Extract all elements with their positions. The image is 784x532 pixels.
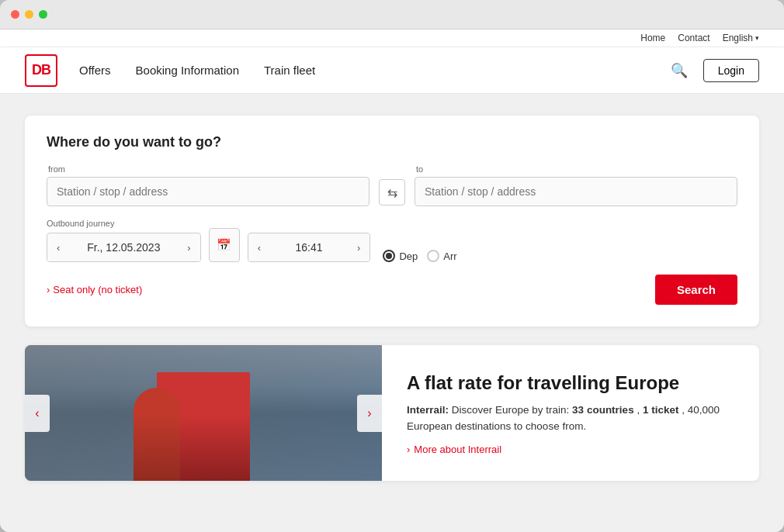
time-picker: ‹ 16:41 › <box>248 233 371 262</box>
dot-yellow[interactable] <box>25 10 33 19</box>
arr-label: Arr <box>443 250 456 262</box>
to-input-group: to <box>415 164 737 206</box>
time-prev-button[interactable]: ‹ <box>248 234 270 261</box>
bottom-row: › Seat only (no ticket) Search <box>47 275 737 305</box>
promo-image-person <box>134 388 180 481</box>
dot-green[interactable] <box>39 10 47 19</box>
promo-sep1: , <box>637 404 643 416</box>
to-label: to <box>415 164 737 174</box>
main-content: Where do you want to go? from ⇆ to <box>0 94 784 496</box>
promo-image: ‹ › <box>25 345 382 481</box>
from-input[interactable] <box>47 177 369 206</box>
outbound-label: Outbound journey <box>47 219 201 228</box>
promo-text: A flat rate for travelling Europe Interr… <box>382 345 759 481</box>
promo-prev-icon: ‹ <box>35 406 39 420</box>
seat-only-option[interactable]: › Seat only (no ticket) <box>47 284 142 295</box>
to-input[interactable] <box>415 177 737 206</box>
promo-next-icon: › <box>367 406 371 420</box>
dep-radio[interactable] <box>383 250 395 262</box>
language-label: English <box>723 33 753 43</box>
promo-link[interactable]: › More about Interrail <box>407 444 734 455</box>
nav-home-link[interactable]: Home <box>640 33 665 43</box>
dep-arr-options: Dep Arr <box>383 250 456 262</box>
journey-section: Outbound journey ‹ Fr., 12.05.2023 › <box>47 219 201 262</box>
promo-bold1: 33 countries <box>572 404 634 416</box>
promo-brand: Interrail: <box>407 404 449 416</box>
db-logo-text: DB <box>32 62 50 78</box>
browser-dots <box>11 10 47 19</box>
browser-window: Home Contact English ▾ DB Offers Booking… <box>0 0 784 532</box>
nav-booking[interactable]: Booking Information <box>136 64 239 77</box>
calendar-icon: 📅 <box>217 238 231 252</box>
promo-link-label: More about Interrail <box>414 444 501 455</box>
date-prev-button[interactable]: ‹ <box>47 234 69 261</box>
nav-offers[interactable]: Offers <box>79 64 111 77</box>
arr-option[interactable]: Arr <box>427 250 456 262</box>
promo-text-mid: Discover Europe by train: <box>452 404 572 416</box>
browser-titlebar <box>0 0 784 29</box>
swap-icon: ⇆ <box>387 185 397 200</box>
time-value: 16:41 <box>270 233 348 261</box>
db-logo[interactable]: DB <box>25 54 57 87</box>
dot-red[interactable] <box>11 10 19 19</box>
browser-content: Home Contact English ▾ DB Offers Booking… <box>0 29 784 532</box>
date-next-button[interactable]: › <box>178 234 199 261</box>
booking-card: Where do you want to go? from ⇆ to <box>25 116 759 326</box>
main-nav: DB Offers Booking Information Train flee… <box>0 47 784 94</box>
promo-section: ‹ › A flat rate for travelling Europe In… <box>25 345 759 481</box>
seat-only-chevron: › <box>47 284 50 295</box>
date-value: Fr., 12.05.2023 <box>69 233 178 261</box>
from-input-group: from <box>47 164 369 206</box>
search-icon[interactable]: 🔍 <box>671 62 688 79</box>
calendar-button[interactable]: 📅 <box>209 228 240 262</box>
nav-fleet[interactable]: Train fleet <box>264 64 315 77</box>
date-picker: ‹ Fr., 12.05.2023 › <box>47 233 201 262</box>
swap-button[interactable]: ⇆ <box>379 179 405 206</box>
arr-radio[interactable] <box>427 250 439 262</box>
dep-label: Dep <box>399 250 418 262</box>
nav-links: Offers Booking Information Train fleet <box>79 64 671 77</box>
time-next-button[interactable]: › <box>348 234 369 261</box>
from-to-row: from ⇆ to <box>47 164 737 206</box>
promo-description: Interrail: Discover Europe by train: 33 … <box>407 402 734 434</box>
promo-heading: A flat rate for travelling Europe <box>407 371 734 395</box>
language-selector[interactable]: English ▾ <box>723 33 759 43</box>
promo-link-icon: › <box>407 444 410 455</box>
promo-next-button[interactable]: › <box>357 395 382 432</box>
booking-card-title: Where do you want to go? <box>47 134 737 150</box>
nav-contact-link[interactable]: Contact <box>678 33 709 43</box>
seat-only-label: Seat only (no ticket) <box>53 284 142 295</box>
nav-right: 🔍 Login <box>671 59 759 82</box>
utility-nav: Home Contact English ▾ <box>0 29 784 47</box>
promo-bold2: 1 ticket <box>643 404 679 416</box>
date-time-row: Outbound journey ‹ Fr., 12.05.2023 › 📅 ‹… <box>47 219 737 262</box>
chevron-down-icon: ▾ <box>755 34 759 42</box>
login-button[interactable]: Login <box>703 59 759 82</box>
dep-option[interactable]: Dep <box>383 250 418 262</box>
search-button[interactable]: Search <box>655 275 737 305</box>
promo-prev-button[interactable]: ‹ <box>25 395 50 432</box>
from-label: from <box>47 164 369 174</box>
